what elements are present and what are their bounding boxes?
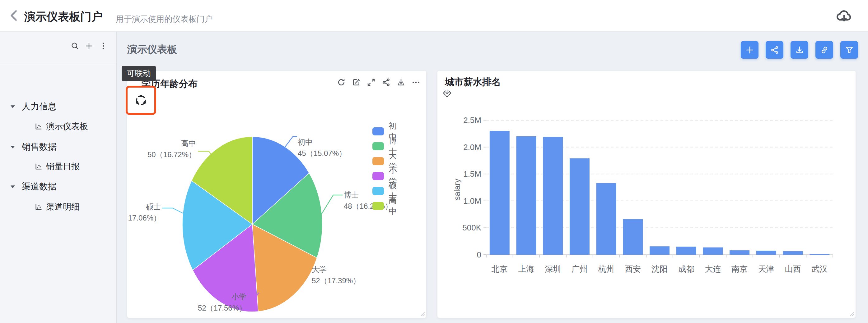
bar[interactable]	[543, 137, 563, 255]
legend-swatch	[372, 172, 384, 180]
bar-chart-card: 城市薪水排名 0500K1.0M1.5M2.0M2.5M北京上海深圳广州杭州西安…	[437, 71, 856, 318]
search-icon[interactable]	[71, 42, 79, 50]
tree-leaf[interactable]: 销量日报	[0, 159, 116, 173]
expand-icon[interactable]	[367, 78, 376, 87]
portal-title: 演示仪表板门户	[24, 9, 103, 25]
bar[interactable]	[756, 251, 776, 255]
bar[interactable]	[596, 183, 616, 255]
x-category-label: 武汉	[811, 264, 828, 274]
tree-leaf-label: 渠道明细	[46, 201, 80, 212]
x-category-label: 沈阳	[651, 264, 668, 274]
y-tick-label: 500K	[462, 223, 481, 232]
sidebar-toolbar	[0, 32, 116, 63]
bar[interactable]	[517, 136, 536, 255]
x-category-label: 广州	[571, 264, 588, 274]
sidebar: 人力信息演示仪表板销售数据销量日报渠道数据渠道明细	[0, 32, 117, 323]
dashboard-tree: 人力信息演示仪表板销售数据销量日报渠道数据渠道明细	[0, 63, 116, 323]
pie-label: 大学52（17.39%）	[312, 264, 360, 286]
pie-label: 高中50（16.72%）	[148, 138, 196, 160]
x-category-label: 南京	[732, 264, 748, 274]
legend-label: 高中	[389, 195, 401, 217]
legend-swatch	[372, 187, 384, 195]
x-category-label: 西安	[625, 264, 641, 274]
y-tick-label: 0	[477, 250, 481, 259]
chart-icon	[34, 163, 42, 171]
plus-icon[interactable]	[85, 42, 93, 50]
pie-label: 小学52（17.56%）	[198, 291, 246, 314]
tree-leaf-label: 演示仪表板	[46, 121, 88, 132]
tree-group[interactable]: 渠道数据	[0, 180, 116, 193]
more-horizontal-icon[interactable]	[411, 78, 421, 87]
tree-group-label: 人力信息	[22, 101, 57, 112]
bar[interactable]	[570, 158, 590, 255]
tree-group[interactable]: 人力信息	[0, 100, 116, 113]
resize-grip-icon[interactable]	[847, 310, 854, 317]
share-button[interactable]	[766, 41, 783, 59]
pie-label-leader	[284, 137, 297, 148]
legend-swatch	[372, 202, 384, 210]
x-category-label: 杭州	[598, 264, 615, 274]
x-category-label: 大连	[705, 264, 721, 274]
dashboard-actions	[741, 41, 858, 59]
y-tick-label: 2.5M	[463, 115, 481, 125]
caret-down-icon	[9, 103, 17, 111]
legend-swatch	[372, 127, 384, 135]
page-title: 演示仪表板	[127, 43, 177, 57]
legend-swatch	[372, 142, 384, 150]
tree-group[interactable]: 销售数据	[0, 140, 116, 154]
link-button[interactable]	[815, 41, 833, 59]
resize-grip-icon[interactable]	[418, 310, 425, 317]
back-button[interactable]	[7, 9, 21, 22]
bar-chart: 0500K1.0M1.5M2.0M2.5M北京上海深圳广州杭州西安沈阳成都大连南…	[437, 71, 856, 318]
linkage-highlight-box	[126, 86, 156, 115]
pie-card-toolbar	[337, 78, 421, 87]
x-category-label: 成都	[678, 264, 694, 274]
linkage-icon[interactable]	[134, 94, 148, 107]
bar[interactable]	[783, 251, 803, 255]
y-tick-label: 2.0M	[463, 143, 481, 152]
bar[interactable]	[809, 254, 830, 255]
caret-down-icon	[9, 183, 17, 191]
edit-icon[interactable]	[351, 78, 361, 87]
drill-icon[interactable]	[442, 88, 452, 98]
x-category-label: 北京	[492, 264, 508, 274]
bar[interactable]	[730, 250, 749, 255]
download-icon[interactable]	[396, 78, 406, 87]
linkage-tooltip: 可联动	[122, 66, 156, 81]
pie-label: 硕士51（17.06%）	[127, 201, 161, 224]
cloud-download-icon[interactable]	[835, 7, 853, 25]
chart-icon	[34, 122, 42, 131]
pie-label-leader	[162, 208, 184, 214]
bar[interactable]	[650, 246, 670, 255]
bar[interactable]	[623, 219, 643, 255]
filter-button[interactable]	[840, 41, 858, 59]
tree-leaf[interactable]: 演示仪表板	[0, 119, 116, 133]
refresh-icon[interactable]	[337, 78, 346, 87]
pie-label-leader	[321, 195, 343, 214]
share-icon[interactable]	[381, 78, 391, 87]
add-button[interactable]	[741, 41, 758, 59]
tree-leaf[interactable]: 渠道明细	[0, 200, 116, 214]
pie-chart-card: 学历年龄分布 初中博士大学小学硕士高中 初中45（15.07%）博士48（16.…	[127, 71, 426, 318]
x-category-label: 深圳	[545, 264, 561, 274]
x-category-label: 天津	[758, 264, 774, 274]
bar[interactable]	[703, 248, 723, 255]
caret-down-icon	[9, 143, 17, 151]
bar[interactable]	[676, 247, 696, 255]
chart-icon	[34, 203, 42, 211]
bar[interactable]	[490, 131, 509, 255]
bar-chart-title: 城市薪水排名	[445, 76, 501, 88]
export-button[interactable]	[790, 41, 808, 59]
legend-item[interactable]: 高中	[372, 195, 401, 217]
y-tick-label: 1.5M	[463, 169, 481, 179]
tree-leaf-label: 销量日报	[46, 161, 80, 172]
app-header: 演示仪表板门户 用于演示使用的仪表板门户	[0, 0, 868, 32]
y-tick-label: 1.0M	[463, 196, 481, 206]
x-category-label: 山西	[785, 264, 801, 274]
tree-group-label: 渠道数据	[22, 181, 57, 192]
more-vertical-icon[interactable]	[99, 42, 107, 50]
x-category-label: 上海	[518, 264, 534, 274]
tree-group-label: 销售数据	[22, 141, 57, 153]
pie-label: 初中45（15.07%）	[298, 137, 346, 159]
portal-subtitle: 用于演示使用的仪表板门户	[116, 14, 213, 25]
